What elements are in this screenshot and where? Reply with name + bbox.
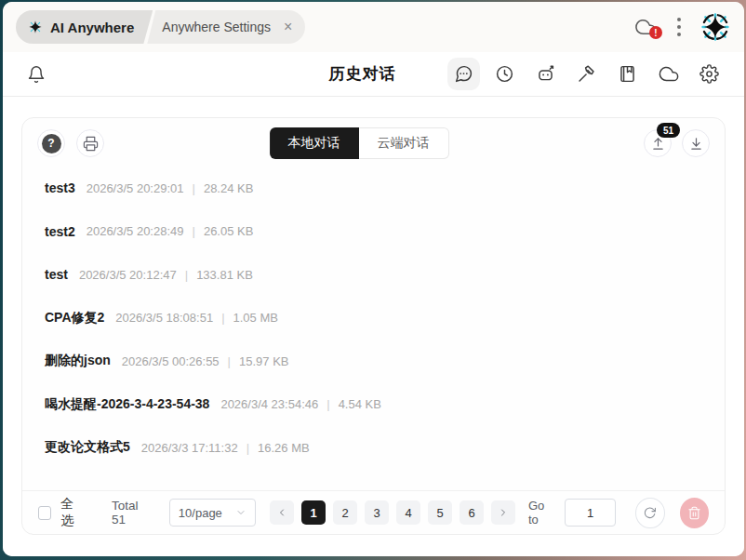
- conversation-time: 2026/3/5 20:28:49: [87, 224, 184, 238]
- conversation-time: 2026/3/4 23:54:46: [220, 397, 318, 411]
- meta-separator: |: [193, 224, 195, 238]
- titlebar: AI Anywhere Anywhere Settings × !: [3, 2, 744, 52]
- close-icon[interactable]: ×: [284, 20, 292, 34]
- header-nav: [447, 58, 726, 90]
- tab-local-conversations[interactable]: 本地对话: [270, 127, 359, 159]
- page-button[interactable]: 5: [428, 500, 452, 525]
- conversation-meta: 2026/3/5 20:29:01 | 28.24 KB: [87, 181, 254, 195]
- book-bookmark-icon: [618, 64, 637, 84]
- conversation-row[interactable]: 喝水提醒-2026-3-4-23-54-38 2026/3/4 23:54:46…: [45, 383, 717, 427]
- conversation-size: 15.97 KB: [239, 354, 289, 368]
- conversation-time: 2026/3/5 18:08:51: [115, 311, 213, 325]
- nav-chat-button[interactable]: [447, 58, 480, 90]
- tab-anywhere-settings-label: Anywhere Settings: [162, 20, 271, 34]
- chevron-left-icon: [276, 507, 287, 518]
- more-menu-icon[interactable]: [673, 16, 685, 38]
- prev-page-button[interactable]: [270, 500, 294, 525]
- conversation-size: 26.05 KB: [204, 224, 254, 238]
- conversation-size: 28.24 KB: [204, 181, 254, 195]
- conversation-name: test3: [45, 180, 75, 195]
- next-page-button[interactable]: [491, 500, 515, 525]
- pagination: 123456: [270, 500, 515, 525]
- nav-tools-button[interactable]: [570, 58, 603, 90]
- app-header: 历史对话: [3, 52, 744, 97]
- page-size-value: 10/page: [179, 506, 222, 520]
- chat-icon: [454, 64, 473, 84]
- goto-label: Go to: [528, 499, 556, 527]
- page-size-select[interactable]: 10/page: [169, 499, 256, 527]
- notifications-button[interactable]: [21, 60, 51, 89]
- trash-icon: [687, 506, 701, 520]
- conversation-meta: 2026/3/4 23:54:46 | 4.54 KB: [220, 397, 380, 411]
- nav-bookmark-button[interactable]: [611, 58, 644, 90]
- refresh-button[interactable]: [635, 498, 664, 528]
- tab-ai-anywhere[interactable]: AI Anywhere: [16, 10, 153, 44]
- meta-separator: |: [246, 441, 249, 455]
- conversation-meta: 2026/3/5 18:08:51 | 1.05 MB: [115, 311, 278, 325]
- conversation-row[interactable]: 删除的json 2026/3/5 00:26:55 | 15.97 KB: [45, 340, 717, 383]
- conversation-size: 4.54 KB: [339, 397, 381, 411]
- tab-cloud-conversations[interactable]: 云端对话: [359, 127, 449, 159]
- goto-page-input[interactable]: [565, 499, 616, 527]
- conversation-name: test2: [45, 224, 75, 239]
- conversation-size: 133.81 KB: [196, 268, 253, 282]
- conversation-time: 2026/3/5 00:26:55: [122, 354, 220, 368]
- nav-robot-button[interactable]: [529, 58, 562, 90]
- conversation-row[interactable]: 更改论文格式5 2026/3/3 17:11:32 | 16.26 MB: [45, 426, 717, 470]
- tab-ai-anywhere-label: AI Anywhere: [50, 20, 134, 35]
- card-footer: 全选 Total 51 10/page 123456 Go to: [22, 490, 725, 534]
- hammer-icon: [577, 64, 596, 84]
- app-star-icon: [28, 20, 43, 34]
- conversation-row[interactable]: test3 2026/3/5 20:29:01 | 28.24 KB: [45, 167, 717, 210]
- tab-anywhere-settings[interactable]: Anywhere Settings ×: [145, 10, 305, 44]
- conversation-name: 删除的json: [45, 353, 111, 369]
- print-button[interactable]: [76, 129, 104, 157]
- nav-settings-button[interactable]: [693, 58, 726, 90]
- select-all-label[interactable]: 全选: [60, 496, 86, 529]
- gear-icon: [699, 64, 719, 84]
- conversation-row[interactable]: CPA修复2 2026/3/5 18:08:51 | 1.05 MB: [45, 297, 717, 340]
- help-icon: ?: [42, 134, 61, 153]
- download-icon: [688, 136, 704, 152]
- printer-icon: [83, 136, 99, 152]
- upload-button[interactable]: 51: [644, 129, 672, 157]
- conversation-row[interactable]: test2 2026/3/5 20:28:49 | 26.05 KB: [45, 210, 717, 254]
- download-button[interactable]: [682, 129, 710, 157]
- page-numbers: 123456: [301, 500, 484, 525]
- meta-separator: |: [193, 181, 195, 195]
- upload-icon: [650, 136, 666, 152]
- page-button[interactable]: 6: [460, 500, 484, 525]
- toolbar-right: 51: [644, 129, 710, 157]
- robot-icon: [536, 64, 555, 84]
- meta-separator: |: [228, 354, 231, 368]
- select-all-checkbox[interactable]: [38, 506, 51, 520]
- conversation-name: 更改论文格式5: [45, 439, 130, 456]
- meta-separator: |: [221, 311, 224, 325]
- nav-cloud-button[interactable]: [652, 58, 685, 90]
- conversation-meta: 2026/3/5 20:28:49 | 26.05 KB: [87, 224, 254, 238]
- conversation-size: 1.05 MB: [233, 311, 278, 325]
- chevron-right-icon: [498, 507, 509, 518]
- conversation-row[interactable]: test 2026/3/5 20:12:47 | 133.81 KB: [45, 253, 717, 297]
- conversation-source-tabs: 本地对话 云端对话: [270, 127, 449, 159]
- delete-button[interactable]: [680, 498, 709, 528]
- page-button[interactable]: 2: [333, 500, 357, 525]
- tab-group: AI Anywhere Anywhere Settings ×: [16, 10, 305, 44]
- page-button[interactable]: 3: [365, 500, 389, 525]
- conversation-meta: 2026/3/5 20:12:47 | 133.81 KB: [79, 268, 253, 282]
- cloud-sync-status-button[interactable]: !: [634, 17, 659, 37]
- conversation-list: test3 2026/3/5 20:29:01 | 28.24 KB test2…: [22, 157, 725, 490]
- conversation-meta: 2026/3/3 17:11:32 | 16.26 MB: [141, 441, 310, 455]
- refresh-icon: [643, 506, 657, 520]
- conversation-meta: 2026/3/5 00:26:55 | 15.97 KB: [122, 354, 289, 368]
- help-button[interactable]: ?: [37, 129, 65, 157]
- nav-history-button[interactable]: [488, 58, 521, 90]
- app-window: AI Anywhere Anywhere Settings × !: [3, 2, 744, 556]
- conversation-time: 2026/3/5 20:29:01: [87, 181, 184, 195]
- bell-icon: [27, 65, 46, 84]
- clock-icon: [495, 64, 514, 84]
- page-button[interactable]: 4: [396, 500, 420, 525]
- page-button[interactable]: 1: [301, 500, 326, 525]
- titlebar-actions: !: [634, 11, 731, 43]
- main-area: ? 本地对话 云端对话: [3, 97, 744, 556]
